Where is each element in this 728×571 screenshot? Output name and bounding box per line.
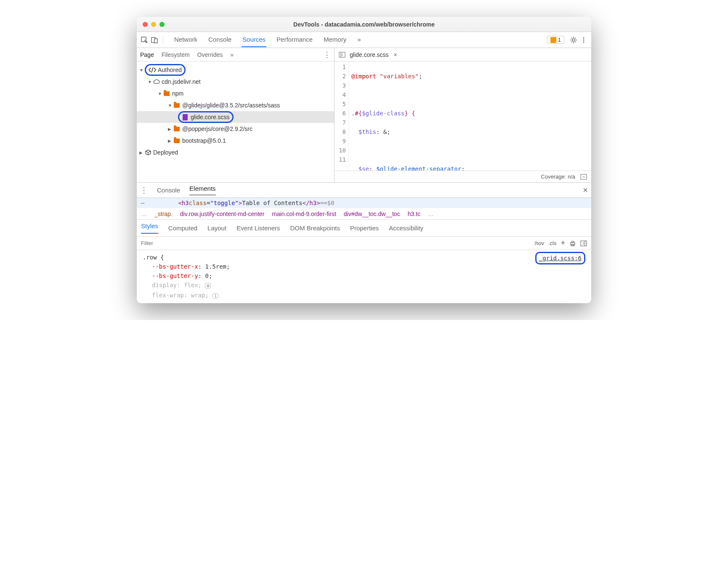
ellipsis-icon: ⋯ (141, 200, 144, 206)
coverage-label: Coverage: n/a (541, 173, 575, 180)
cloud-icon (153, 79, 160, 85)
stab-dom-bp[interactable]: DOM Breakpoints (290, 224, 340, 232)
stab-layout[interactable]: Layout (207, 224, 226, 232)
source-link[interactable]: _grid.scss:6 (535, 252, 585, 264)
deployed-label: Deployed (153, 149, 178, 156)
tabs-overflow-icon[interactable]: » (356, 32, 361, 47)
code-editor[interactable]: 1234567891011 @import "variables"; .#{$g… (335, 61, 591, 171)
tree-glide-file-label: glide.core.scss (191, 114, 230, 120)
navigator-kebab-icon[interactable]: ⋮ (323, 50, 331, 59)
tree-npm[interactable]: ▼ npm (137, 88, 334, 99)
maximize-window-icon[interactable] (159, 22, 165, 27)
navigator-tabs-overflow-icon[interactable]: » (230, 51, 234, 58)
breadcrumb[interactable]: … _strap. div.row.justify-content-md-cen… (137, 208, 591, 220)
kebab-menu-icon[interactable] (579, 36, 588, 44)
close-window-icon[interactable] (143, 22, 148, 27)
svg-rect-7 (339, 52, 345, 57)
crumb-toc[interactable]: div#dw__toc.dw__toc (344, 211, 400, 217)
close-tab-icon[interactable]: × (394, 51, 397, 58)
collapse-icon[interactable] (580, 174, 587, 180)
editor-tab-file[interactable]: glide.core.scss (350, 51, 389, 58)
chevron-down-icon: ▼ (168, 103, 172, 108)
chevron-down-icon: ▼ (148, 80, 152, 84)
chevron-right-icon: ▶ (168, 139, 172, 143)
tab-performance[interactable]: Performance (276, 32, 314, 47)
tree-bootstrap[interactable]: ▶ bootstrap@5.0.1 (137, 135, 334, 147)
separator (163, 35, 163, 45)
tab-console[interactable]: Console (207, 32, 232, 47)
tree-popper-label: @popperjs/core@2.9.2/src (182, 125, 252, 132)
navigator-tab-filesystem[interactable]: Filesystem (162, 51, 190, 58)
main-toolbar: Network Console Sources Performance Memo… (137, 32, 591, 48)
authored-label: Authored (158, 67, 182, 73)
folder-icon (173, 125, 180, 132)
sidebar-toggle-icon[interactable] (580, 240, 587, 246)
style-rule[interactable]: _grid.scss:6 .row { --bs-gutter-x: 1.5re… (137, 250, 591, 303)
titlebar: DevTools - datacadamia.com/web/browser/c… (137, 17, 591, 32)
minimize-window-icon[interactable] (151, 22, 156, 27)
code-content: @import "variables"; .#{$glide-class} { … (349, 61, 591, 171)
new-style-icon[interactable]: + (561, 239, 565, 248)
warning-icon (550, 37, 556, 43)
issues-badge[interactable]: 1 (547, 36, 564, 44)
hov-toggle[interactable]: :hov (534, 240, 544, 246)
package-icon (145, 149, 151, 155)
cls-toggle[interactable]: .cls (548, 240, 557, 246)
drawer-tab-elements[interactable]: Elements (189, 185, 216, 195)
tree-domain[interactable]: ▼ cdn.jsdelivr.net (137, 76, 334, 88)
tree-group-deployed[interactable]: ▶ Deployed (137, 147, 334, 158)
tree-glide-folder[interactable]: ▼ @glidejs/glide@3.5.2/src/assets/sass (137, 99, 334, 111)
styles-filter-input[interactable] (141, 240, 529, 246)
drawer-tab-console[interactable]: Console (157, 187, 180, 194)
tree-popper[interactable]: ▶ @popperjs/core@2.9.2/src (137, 123, 334, 135)
navigator-tab-overrides[interactable]: Overrides (197, 51, 223, 58)
editor-pane: glide.core.scss × 1234567891011 @import … (335, 48, 591, 182)
drawer-kebab-icon[interactable]: ⋮ (140, 186, 148, 195)
tree-npm-label: npm (172, 90, 183, 97)
tab-network[interactable]: Network (173, 32, 198, 47)
tree-group-authored[interactable]: ▼ Authored (137, 64, 334, 76)
tab-memory[interactable]: Memory (323, 32, 347, 47)
tree-glide-file[interactable]: glide.core.scss (137, 111, 334, 123)
tree-glide-folder-label: @glidejs/glide@3.5.2/src/assets/sass (182, 102, 280, 109)
stab-styles[interactable]: Styles (141, 222, 158, 234)
folder-icon (173, 102, 180, 109)
print-icon[interactable] (569, 240, 576, 246)
editor-footer: Coverage: n/a (335, 171, 591, 182)
navigator-tab-page[interactable]: Page (140, 51, 154, 58)
svg-rect-13 (581, 241, 587, 246)
stab-listeners[interactable]: Event Listeners (236, 224, 280, 232)
tree-domain-label: cdn.jsdelivr.net (162, 78, 201, 85)
rule-selector: .row { (143, 253, 585, 262)
info-icon[interactable]: i (212, 293, 219, 299)
sidebar-toggle-icon[interactable] (339, 52, 345, 58)
stab-computed[interactable]: Computed (168, 224, 197, 232)
authored-highlight: Authored (145, 64, 186, 76)
chevron-down-icon: ▼ (139, 68, 143, 72)
stab-properties[interactable]: Properties (350, 224, 379, 232)
device-toggle-icon[interactable] (150, 36, 159, 44)
crumb-strap[interactable]: _strap. (154, 211, 173, 217)
stab-accessibility[interactable]: Accessibility (389, 224, 423, 232)
line-gutter: 1234567891011 (335, 61, 349, 171)
tab-sources[interactable]: Sources (242, 32, 266, 47)
close-drawer-icon[interactable]: × (583, 185, 588, 195)
flex-badge-icon[interactable]: ⊞ (205, 283, 211, 288)
folder-icon (163, 90, 170, 97)
file-tree: ▼ Authored ▼ cdn.jsdelivr.net ▼ npm (137, 61, 334, 161)
crumb-main[interactable]: main.col-md-9.order-first (272, 211, 336, 217)
sources-panel: Page Filesystem Overrides » ⋮ ▼ Authored… (137, 48, 591, 183)
settings-icon[interactable] (569, 36, 578, 44)
crumb-row[interactable]: div.row.justify-content-md-center (180, 211, 264, 217)
svg-point-5 (583, 39, 585, 40)
svg-point-6 (583, 41, 585, 43)
styles-filter-bar: :hov .cls + (137, 237, 591, 250)
inspect-element-icon[interactable] (140, 36, 149, 44)
code-icon (149, 67, 156, 73)
crumb-h3[interactable]: h3.tc (408, 211, 420, 217)
crumbs-right-ellipsis: … (428, 211, 434, 217)
crumbs-left-ellipsis: … (141, 211, 147, 217)
elements-selected-node[interactable]: ⋯ <h3 class="toggle">Table of Contents</… (137, 198, 591, 208)
chevron-right-icon: ▶ (139, 150, 143, 155)
panel-tabs: Network Console Sources Performance Memo… (173, 32, 361, 47)
